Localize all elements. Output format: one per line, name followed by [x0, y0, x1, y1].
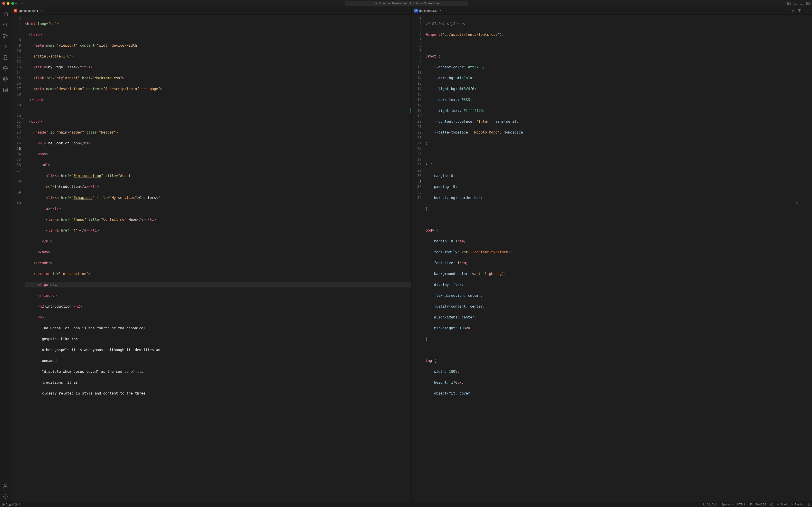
- more-actions-icon[interactable]: ···: [805, 8, 809, 13]
- run-debug-icon[interactable]: [0, 42, 11, 52]
- more-actions-icon[interactable]: ···: [404, 8, 408, 13]
- line-number-gutter: 247 89101112131415161718 19 202122232425…: [11, 15, 24, 502]
- warning-icon: [8, 503, 11, 506]
- code-editor-left[interactable]: 247 89101112131415161718 19 202122232425…: [11, 15, 411, 502]
- svg-rect-25: [6, 90, 7, 92]
- svg-rect-2: [788, 2, 791, 5]
- check-icon: [777, 503, 780, 506]
- svg-marker-29: [792, 9, 794, 12]
- layout-controls: [787, 2, 810, 5]
- settings-icon[interactable]: [0, 492, 11, 502]
- svg-point-0: [375, 2, 376, 4]
- accounts-icon[interactable]: [0, 481, 11, 491]
- svg-point-40: [770, 503, 773, 506]
- maximize-window-icon[interactable]: [11, 2, 14, 5]
- bell-icon: [807, 503, 810, 506]
- command-center[interactable]: [Extension Development Host] Visual Stud…: [346, 1, 468, 6]
- svg-point-42: [772, 504, 772, 504]
- error-icon: [2, 503, 5, 506]
- window-controls: [2, 2, 14, 5]
- close-icon[interactable]: ×: [40, 9, 42, 12]
- svg-rect-8: [807, 2, 808, 3]
- close-icon[interactable]: ×: [440, 9, 442, 12]
- check-icon: [791, 503, 794, 506]
- source-control-icon[interactable]: [0, 31, 11, 41]
- tab-label: darksome.css: [419, 9, 438, 12]
- nav-back-icon[interactable]: ←: [14, 2, 18, 5]
- svg-point-28: [5, 496, 6, 497]
- split-indicator-icon: [410, 108, 411, 113]
- svg-rect-9: [808, 2, 810, 3]
- svg-point-12: [3, 23, 7, 26]
- status-bar: 0 0 1 Ln 31, Col 1 Spaces: 4 UTF-8 LF Po…: [0, 502, 812, 507]
- status-encoding[interactable]: UTF-8: [737, 503, 745, 506]
- svg-point-36: [10, 505, 10, 505]
- activity-bar: [0, 7, 11, 502]
- svg-rect-11: [808, 4, 810, 5]
- svg-rect-4: [794, 2, 797, 5]
- tab-darksome-css[interactable]: # darksome.css ×: [412, 7, 445, 14]
- status-notifications[interactable]: [807, 503, 810, 506]
- panel-right-icon[interactable]: [800, 2, 803, 5]
- text-cursor: [426, 348, 426, 352]
- info-icon: [15, 503, 18, 506]
- command-center-title: [Extension Development Host] Visual Stud…: [378, 2, 439, 5]
- nav-forward-icon[interactable]: →: [20, 2, 24, 5]
- svg-rect-26: [6, 88, 8, 90]
- extensions-icon[interactable]: [0, 85, 11, 95]
- panel-bottom-icon[interactable]: [794, 2, 797, 5]
- editor-group-left: H darksome.html × ··· 247 89101112131415…: [11, 7, 412, 502]
- timeline-icon[interactable]: [0, 63, 11, 73]
- smiley-icon: [770, 503, 773, 506]
- customize-layout-icon[interactable]: [806, 2, 810, 5]
- svg-marker-17: [4, 45, 7, 48]
- status-prettier[interactable]: Prettier: [791, 503, 803, 506]
- tab-darksome-html[interactable]: H darksome.html ×: [11, 7, 45, 14]
- search-icon: [374, 2, 377, 5]
- titlebar: ← → [Extension Development Host] Visual …: [0, 0, 812, 7]
- svg-line-1: [376, 4, 377, 5]
- code-editor-right[interactable]: 1234567891011121314151617181920212223242…: [412, 15, 812, 502]
- svg-rect-6: [800, 2, 803, 5]
- line-number-gutter: 1234567891011121314151617181920212223242…: [412, 15, 425, 502]
- status-feedback[interactable]: [770, 503, 773, 506]
- minimize-window-icon[interactable]: [7, 2, 9, 5]
- status-spaces[interactable]: Spaces: 4: [722, 503, 733, 506]
- status-ln-col[interactable]: Ln 31, Col 1: [703, 503, 718, 506]
- svg-rect-24: [3, 90, 5, 92]
- editor-group-right: # darksome.css × ··· 1234567891011121314…: [412, 7, 812, 502]
- svg-line-13: [6, 26, 7, 27]
- status-eol[interactable]: LF: [749, 503, 752, 506]
- split-editor-icon[interactable]: [798, 9, 801, 12]
- svg-point-14: [3, 34, 5, 35]
- svg-point-27: [5, 484, 6, 486]
- run-icon[interactable]: [791, 9, 795, 12]
- explorer-icon[interactable]: [0, 9, 11, 19]
- status-problems[interactable]: 0 0 1: [2, 503, 20, 506]
- tab-label: darksome.html: [18, 9, 38, 12]
- html-file-icon: H: [14, 9, 17, 12]
- testing-icon[interactable]: [0, 53, 11, 62]
- svg-rect-10: [807, 4, 808, 5]
- search-icon[interactable]: [0, 20, 11, 30]
- svg-point-15: [3, 37, 5, 38]
- css-file-icon: #: [414, 9, 418, 12]
- close-window-icon[interactable]: [2, 2, 5, 5]
- status-language[interactable]: PostCSS: [755, 503, 766, 506]
- panel-left-icon[interactable]: [787, 2, 791, 5]
- svg-rect-23: [3, 88, 5, 90]
- tab-bar-left: H darksome.html × ···: [11, 7, 411, 15]
- remote-explorer-icon[interactable]: [0, 74, 11, 84]
- status-spell[interactable]: Spell: [777, 503, 787, 506]
- svg-point-16: [6, 35, 7, 37]
- tab-bar-right: # darksome.css × ···: [412, 7, 812, 15]
